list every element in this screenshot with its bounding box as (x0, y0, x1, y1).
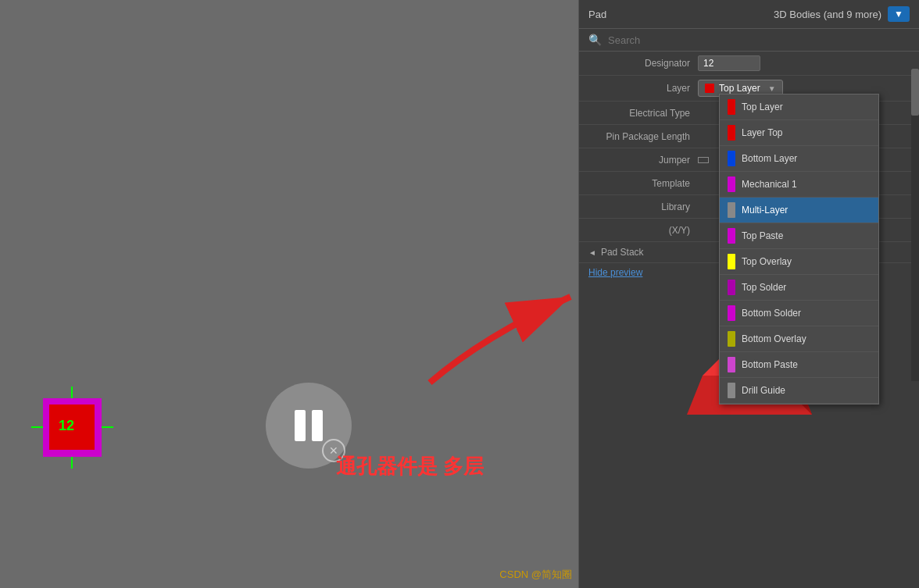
dropdown-item-mechanical1[interactable]: Mechanical 1 (720, 172, 878, 198)
layer-label: Layer (588, 83, 698, 94)
designator-label: Designator (588, 58, 698, 69)
filter-area: 3D Bodies (and 9 more) ▼ (774, 6, 910, 22)
dropdown-item-drill-guide[interactable]: Drill Guide (720, 378, 878, 404)
chinese-annotation: 通孔器件是 多层 (336, 453, 484, 480)
library-label: Library (588, 201, 698, 212)
top-solder-color (728, 280, 735, 295)
template-label: Template (588, 178, 698, 189)
scrollbar-track (911, 69, 919, 381)
filter-button[interactable]: ▼ (888, 6, 910, 22)
panel-header: Pad 3D Bodies (and 9 more) ▼ (579, 0, 919, 29)
dropdown-arrow-icon: ▼ (768, 84, 776, 93)
filter-icon: ▼ (894, 9, 903, 20)
top-paste-label: Top Paste (742, 230, 783, 241)
bottom-solder-color (728, 305, 735, 321)
layer-dropdown-menu: Top Layer Layer Top Bottom Layer Mechani… (719, 94, 879, 404)
multi-layer-label: Multi-Layer (742, 205, 788, 216)
jumper-label: Jumper (588, 155, 698, 166)
mechanical1-label: Mechanical 1 (742, 179, 797, 190)
drill-guide-color (728, 383, 735, 398)
section-collapse-icon: ◄ (588, 248, 596, 257)
bottom-overlay-color (728, 331, 735, 347)
designator-row: Designator (579, 52, 919, 76)
watermark: CSDN @简知圈 (499, 568, 572, 582)
pcb-component-label: 12 (59, 418, 74, 434)
dropdown-item-bottom-overlay[interactable]: Bottom Overlay (720, 326, 878, 352)
electrical-type-label: Electrical Type (588, 108, 698, 119)
dropdown-item-top-overlay[interactable]: Top Overlay (720, 249, 878, 275)
dropdown-item-layer-top[interactable]: Layer Top (720, 120, 878, 146)
top-layer-color (728, 99, 735, 115)
top-paste-color (728, 228, 735, 244)
pad-stack-label: Pad Stack (601, 247, 644, 258)
dropdown-item-bottom-layer[interactable]: Bottom Layer (720, 146, 878, 172)
mechanical1-color (728, 176, 735, 192)
top-layer-label: Top Layer (742, 102, 783, 112)
layer-color-indicator (705, 84, 714, 93)
bottom-layer-label: Bottom Layer (742, 153, 797, 164)
search-bar: 🔍 (579, 29, 919, 52)
top-overlay-color (728, 254, 735, 269)
bottom-overlay-label: Bottom Overlay (742, 333, 806, 344)
dropdown-item-bottom-paste[interactable]: Bottom Paste (720, 352, 878, 378)
dropdown-item-top-layer[interactable]: Top Layer (720, 94, 878, 120)
pause-bar-left (295, 410, 306, 441)
designator-input[interactable] (698, 55, 760, 71)
search-input[interactable] (608, 34, 910, 46)
search-icon: 🔍 (588, 34, 602, 46)
jumper-box (698, 157, 709, 163)
drill-guide-label: Drill Guide (742, 385, 785, 396)
xy-label: (X/Y) (588, 225, 698, 236)
layer-top-label: Layer Top (742, 127, 782, 138)
scrollbar-thumb[interactable] (911, 69, 919, 116)
dropdown-item-top-solder[interactable]: Top Solder (720, 275, 878, 301)
multi-layer-color (728, 202, 735, 218)
bottom-paste-color (728, 357, 735, 372)
dropdown-item-bottom-solder[interactable]: Bottom Solder (720, 301, 878, 326)
pad-label: Pad (588, 9, 606, 20)
pcb-component: 12 (43, 398, 102, 457)
filter-text: 3D Bodies (and 9 more) (774, 9, 881, 20)
top-solder-label: Top Solder (742, 282, 786, 293)
canvas-area: 12 ✕ 通孔器件是 多层 CSDN @简知圈 (0, 0, 578, 588)
pin-package-length-label: Pin Package Length (588, 131, 698, 142)
arrow-annotation (391, 273, 578, 398)
pause-bar-right (312, 410, 323, 441)
bottom-paste-label: Bottom Paste (742, 359, 798, 370)
dropdown-item-top-paste[interactable]: Top Paste (720, 223, 878, 249)
bottom-solder-label: Bottom Solder (742, 308, 801, 319)
bottom-layer-color (728, 151, 735, 166)
layer-top-color (728, 125, 735, 141)
top-overlay-label: Top Overlay (742, 256, 792, 267)
layer-selected-text: Top Layer (719, 83, 760, 94)
dropdown-item-multi-layer[interactable]: Multi-Layer (720, 198, 878, 223)
pause-bars-icon (295, 410, 323, 441)
